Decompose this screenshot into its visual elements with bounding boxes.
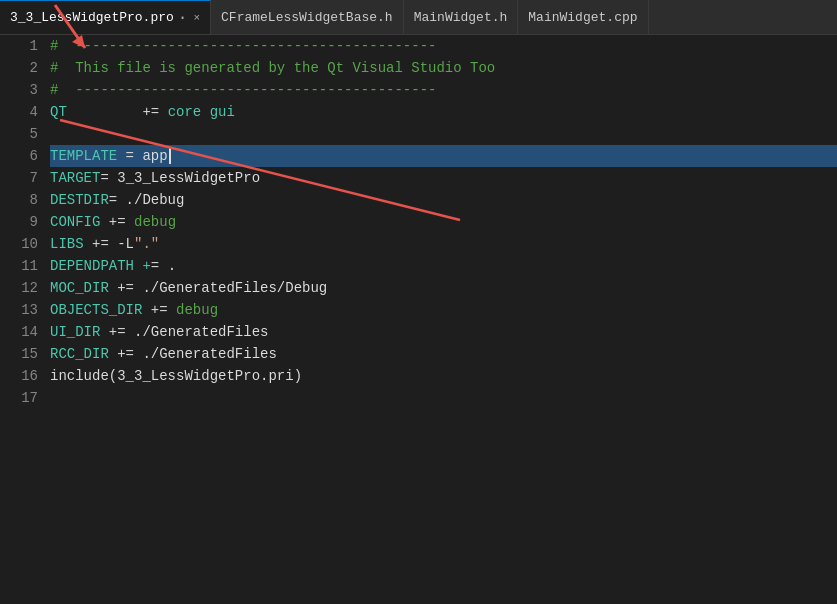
line-number: 10 — [0, 233, 38, 255]
line-number: 5 — [0, 123, 38, 145]
editor: 1234567891011121314151617 # ------------… — [0, 35, 837, 604]
editor-content: 1234567891011121314151617 # ------------… — [0, 35, 837, 604]
line-number: 4 — [0, 101, 38, 123]
line-number: 2 — [0, 57, 38, 79]
line-number: 3 — [0, 79, 38, 101]
line-numbers: 1234567891011121314151617 — [0, 35, 50, 604]
line-number: 14 — [0, 321, 38, 343]
line-number: 6 — [0, 145, 38, 167]
tab-close-button[interactable]: × — [193, 12, 200, 24]
code-line — [50, 123, 837, 145]
line-number: 16 — [0, 365, 38, 387]
tab-label: 3_3_LessWidgetPro.pro — [10, 10, 174, 25]
line-number: 15 — [0, 343, 38, 365]
code-line: # This file is generated by the Qt Visua… — [50, 57, 837, 79]
line-number: 13 — [0, 299, 38, 321]
line-number: 17 — [0, 387, 38, 409]
line-number: 1 — [0, 35, 38, 57]
code-line: # --------------------------------------… — [50, 35, 837, 57]
code-line: # --------------------------------------… — [50, 79, 837, 101]
tab-bar: 3_3_LessWidgetPro.pro · × CFrameLessWidg… — [0, 0, 837, 35]
code-line: OBJECTS_DIR += debug — [50, 299, 837, 321]
tab-modified-dot: · — [178, 9, 188, 27]
line-number: 12 — [0, 277, 38, 299]
code-line: include(3_3_LessWidgetPro.pri) — [50, 365, 837, 387]
tab-mainwidget-cpp[interactable]: MainWidget.cpp — [518, 0, 648, 34]
code-line — [50, 387, 837, 409]
tab-label: MainWidget.cpp — [528, 10, 637, 25]
code-line: DEPENDPATH += . — [50, 255, 837, 277]
code-line: MOC_DIR += ./GeneratedFiles/Debug — [50, 277, 837, 299]
line-number: 9 — [0, 211, 38, 233]
line-number: 11 — [0, 255, 38, 277]
line-number: 8 — [0, 189, 38, 211]
code-lines[interactable]: # --------------------------------------… — [50, 35, 837, 604]
code-line: UI_DIR += ./GeneratedFiles — [50, 321, 837, 343]
tab-label: CFrameLessWidgetBase.h — [221, 10, 393, 25]
code-line: LIBS += -L"." — [50, 233, 837, 255]
code-line: RCC_DIR += ./GeneratedFiles — [50, 343, 837, 365]
code-line: QT += core gui — [50, 101, 837, 123]
code-line: TEMPLATE = app — [50, 145, 837, 167]
line-number: 7 — [0, 167, 38, 189]
tab-cframelesswidgetbase-h[interactable]: CFrameLessWidgetBase.h — [211, 0, 404, 34]
code-line: CONFIG += debug — [50, 211, 837, 233]
code-line: DESTDIR= ./Debug — [50, 189, 837, 211]
tab-3-3-lesswidgetpro-pro[interactable]: 3_3_LessWidgetPro.pro · × — [0, 0, 211, 34]
tab-label: MainWidget.h — [414, 10, 508, 25]
tab-mainwidget-h[interactable]: MainWidget.h — [404, 0, 519, 34]
code-line: TARGET= 3_3_LessWidgetPro — [50, 167, 837, 189]
